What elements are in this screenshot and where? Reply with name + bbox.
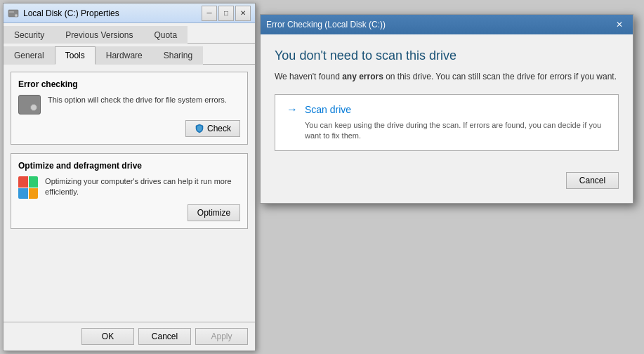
error-checking-desc: This option will check the drive for fil…	[48, 95, 227, 105]
tab-general[interactable]: General	[4, 46, 55, 65]
error-dialog: Error Checking (Local Disk (C:)) ✕ You d…	[260, 14, 633, 204]
dialog-title-bar: Error Checking (Local Disk (C:)) ✕	[261, 15, 633, 34]
dialog-footer: Cancel	[261, 172, 633, 199]
maximize-button[interactable]: □	[218, 6, 234, 21]
tab-row-1: Security Previous Versions Quota	[4, 23, 255, 44]
optimize-section: Optimize and defragment drive Optimizing…	[11, 153, 248, 229]
minimize-button[interactable]: ─	[202, 6, 217, 21]
optimize-desc: Optimizing your computer's drives can he…	[45, 176, 240, 198]
drive-icon	[8, 8, 19, 19]
tab-quota[interactable]: Quota	[143, 26, 188, 44]
optimize-button[interactable]: Optimize	[188, 204, 240, 221]
arrow-right-icon: →	[287, 103, 298, 116]
dialog-controls: ✕	[612, 17, 627, 32]
ok-button[interactable]: OK	[81, 328, 134, 345]
tab-hardware[interactable]: Hardware	[96, 46, 153, 65]
window-controls: ─ □ ✕	[202, 6, 251, 21]
scan-drive-desc: You can keep using the drive during the …	[287, 120, 607, 142]
properties-footer: OK Cancel Apply	[4, 322, 255, 350]
optimize-title: Optimize and defragment drive	[18, 161, 240, 171]
error-checking-section: Error checking This option will check th…	[11, 72, 248, 145]
error-checking-content: This option will check the drive for fil…	[18, 95, 240, 114]
scan-drive-title: Scan drive	[305, 104, 351, 115]
tab-row-2: General Tools Hardware Sharing	[4, 44, 255, 65]
tab-previous-versions[interactable]: Previous Versions	[55, 26, 143, 44]
error-checking-btn-row: Check	[18, 120, 240, 137]
dialog-title: Error Checking (Local Disk (C:))	[266, 20, 612, 29]
svg-point-1	[15, 14, 18, 17]
dialog-cancel-button[interactable]: Cancel	[566, 172, 619, 189]
tools-content: Error checking This option will check th…	[4, 65, 255, 244]
scan-drive-option[interactable]: → Scan drive You can keep using the driv…	[275, 94, 619, 151]
tab-security[interactable]: Security	[4, 26, 55, 44]
optimize-content: Optimizing your computer's drives can he…	[18, 176, 240, 199]
error-checking-title: Error checking	[18, 79, 240, 89]
properties-window: Local Disk (C:) Properties ─ □ ✕ Securit…	[3, 3, 256, 351]
properties-title: Local Disk (C:) Properties	[23, 8, 202, 18]
scan-option-header: → Scan drive	[287, 103, 607, 116]
close-button[interactable]: ✕	[235, 6, 251, 21]
tab-sharing[interactable]: Sharing	[153, 46, 203, 65]
hdd-icon	[18, 95, 41, 114]
defrag-icon	[18, 176, 38, 199]
optimize-btn-row: Optimize	[18, 204, 240, 221]
svg-rect-2	[9, 11, 14, 13]
shield-icon	[195, 124, 204, 133]
dialog-close-button[interactable]: ✕	[612, 17, 627, 32]
dialog-content: You don't need to scan this drive We hav…	[261, 34, 633, 172]
cancel-button[interactable]: Cancel	[138, 328, 191, 345]
tab-tools[interactable]: Tools	[55, 46, 96, 65]
dialog-description: We haven't found any errors on this driv…	[275, 70, 619, 83]
apply-button[interactable]: Apply	[195, 328, 248, 345]
check-button[interactable]: Check	[185, 120, 240, 137]
dialog-heading: You don't need to scan this drive	[275, 48, 619, 63]
properties-title-bar: Local Disk (C:) Properties ─ □ ✕	[4, 4, 255, 23]
